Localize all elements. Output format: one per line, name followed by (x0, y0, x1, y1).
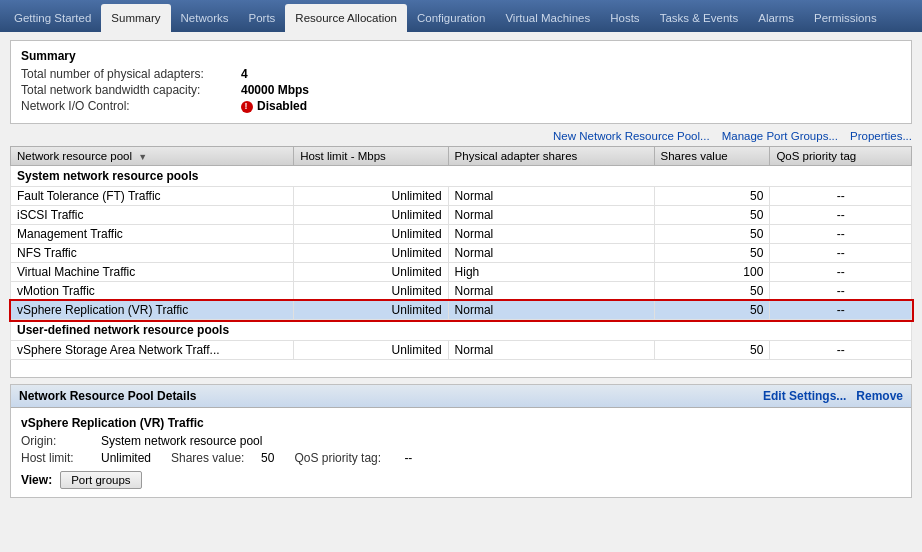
port-groups-button[interactable]: Port groups (60, 471, 141, 489)
shares-value-detail: 50 (261, 451, 274, 465)
details-selected-name: vSphere Replication (VR) Traffic (21, 416, 901, 430)
physical-adapters-value: 4 (241, 67, 248, 81)
summary-nioc-row: Network I/O Control: Disabled (21, 99, 901, 113)
shares-value: 50 (654, 206, 770, 225)
tab-summary[interactable]: Summary (101, 4, 170, 32)
qos-tag: -- (770, 187, 912, 206)
host-limit: Unlimited (294, 301, 448, 320)
tab-getting-started[interactable]: Getting Started (4, 4, 101, 32)
shares-value: 50 (654, 341, 770, 360)
table-empty-row (11, 360, 912, 378)
tab-hosts[interactable]: Hosts (600, 4, 649, 32)
qos-tag: -- (770, 282, 912, 301)
physical-shares: Normal (448, 301, 654, 320)
origin-value: System network resource pool (101, 434, 262, 448)
details-origin-row: Origin: System network resource pool (21, 434, 901, 448)
sort-icon: ▼ (138, 152, 147, 162)
pool-name: iSCSI Traffic (11, 206, 294, 225)
table-row[interactable]: Virtual Machine Traffic Unlimited High 1… (11, 263, 912, 282)
qos-tag: -- (770, 301, 912, 320)
system-section-header: System network resource pools (11, 166, 912, 187)
host-limit: Unlimited (294, 263, 448, 282)
bandwidth-label: Total network bandwidth capacity: (21, 83, 241, 97)
physical-shares: Normal (448, 282, 654, 301)
origin-label: Origin: (21, 434, 101, 448)
col-header-qos[interactable]: QoS priority tag (770, 147, 912, 166)
host-limit: Unlimited (294, 341, 448, 360)
details-content: vSphere Replication (VR) Traffic Origin:… (11, 408, 911, 497)
qos-value: -- (404, 451, 412, 465)
shares-value: 50 (654, 301, 770, 320)
physical-shares: Normal (448, 187, 654, 206)
system-section-label: System network resource pools (11, 166, 912, 187)
tab-permissions[interactable]: Permissions (804, 4, 887, 32)
table-row[interactable]: iSCSI Traffic Unlimited Normal 50 -- (11, 206, 912, 225)
edit-settings-link[interactable]: Edit Settings... (763, 389, 846, 403)
physical-shares: High (448, 263, 654, 282)
pool-name: Fault Tolerance (FT) Traffic (11, 187, 294, 206)
details-header: Network Resource Pool Details Edit Setti… (11, 385, 911, 408)
pool-name: vMotion Traffic (11, 282, 294, 301)
nioc-label: Network I/O Control: (21, 99, 241, 113)
details-header-title: Network Resource Pool Details (19, 389, 196, 403)
tab-configuration[interactable]: Configuration (407, 4, 495, 32)
pool-name: Virtual Machine Traffic (11, 263, 294, 282)
shares-value: 50 (654, 187, 770, 206)
details-panel: Network Resource Pool Details Edit Setti… (10, 384, 912, 498)
tab-alarms[interactable]: Alarms (748, 4, 804, 32)
tab-networks[interactable]: Networks (171, 4, 239, 32)
tab-tasks-events[interactable]: Tasks & Events (650, 4, 749, 32)
physical-shares: Normal (448, 225, 654, 244)
physical-shares: Normal (448, 244, 654, 263)
table-row[interactable]: Management Traffic Unlimited Normal 50 -… (11, 225, 912, 244)
disabled-icon (241, 101, 253, 113)
host-limit: Unlimited (294, 225, 448, 244)
table-row-selected[interactable]: vSphere Replication (VR) Traffic Unlimit… (11, 301, 912, 320)
view-row: View: Port groups (21, 471, 901, 489)
table-row[interactable]: Fault Tolerance (FT) Traffic Unlimited N… (11, 187, 912, 206)
table-row[interactable]: vSphere Storage Area Network Traff... Un… (11, 341, 912, 360)
col-header-shares[interactable]: Shares value (654, 147, 770, 166)
shares-value: 50 (654, 282, 770, 301)
physical-shares: Normal (448, 341, 654, 360)
tab-virtual-machines[interactable]: Virtual Machines (495, 4, 600, 32)
table-row[interactable]: NFS Traffic Unlimited Normal 50 -- (11, 244, 912, 263)
qos-tag: -- (770, 206, 912, 225)
bandwidth-value: 40000 Mbps (241, 83, 309, 97)
resource-table: Network resource pool ▼ Host limit - Mbp… (10, 146, 912, 378)
qos-tag: -- (770, 263, 912, 282)
tab-resource-allocation[interactable]: Resource Allocation (285, 4, 407, 32)
view-label: View: (21, 473, 52, 487)
pool-name: Management Traffic (11, 225, 294, 244)
summary-bandwidth-row: Total network bandwidth capacity: 40000 … (21, 83, 901, 97)
summary-box: Summary Total number of physical adapter… (10, 40, 912, 124)
summary-title: Summary (21, 49, 901, 63)
new-pool-link[interactable]: New Network Resource Pool... (553, 130, 710, 142)
shares-value: 100 (654, 263, 770, 282)
col-header-physical[interactable]: Physical adapter shares (448, 147, 654, 166)
host-limit: Unlimited (294, 187, 448, 206)
shares-value: 50 (654, 225, 770, 244)
tab-ports[interactable]: Ports (239, 4, 286, 32)
physical-adapters-label: Total number of physical adapters: (21, 67, 241, 81)
shares-value: 50 (654, 244, 770, 263)
table-row[interactable]: vMotion Traffic Unlimited Normal 50 -- (11, 282, 912, 301)
host-limit-label: Host limit: (21, 451, 101, 465)
pool-name: vSphere Storage Area Network Traff... (11, 341, 294, 360)
user-section-label: User-defined network resource pools (11, 320, 912, 341)
manage-port-groups-link[interactable]: Manage Port Groups... (722, 130, 838, 142)
remove-link[interactable]: Remove (856, 389, 903, 403)
qos-tag: -- (770, 244, 912, 263)
col-header-pool[interactable]: Network resource pool ▼ (11, 147, 294, 166)
main-content: Summary Total number of physical adapter… (0, 32, 922, 506)
action-links: New Network Resource Pool... Manage Port… (10, 130, 912, 142)
table-header-row: Network resource pool ▼ Host limit - Mbp… (11, 147, 912, 166)
details-header-actions: Edit Settings... Remove (763, 389, 903, 403)
host-limit: Unlimited (294, 206, 448, 225)
qos-tag: -- (770, 225, 912, 244)
properties-link[interactable]: Properties... (850, 130, 912, 142)
qos-tag: -- (770, 341, 912, 360)
col-header-host[interactable]: Host limit - Mbps (294, 147, 448, 166)
shares-value-label: Shares value: (171, 451, 261, 465)
summary-physical-adapters-row: Total number of physical adapters: 4 (21, 67, 901, 81)
